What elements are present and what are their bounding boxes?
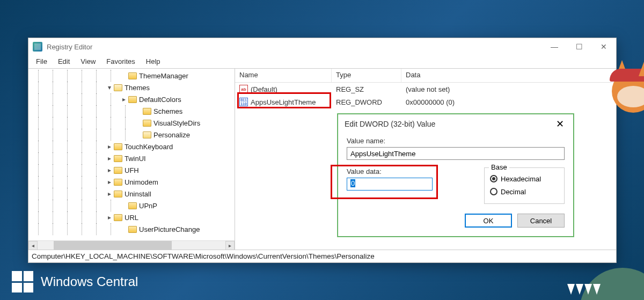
ok-button[interactable]: OK xyxy=(465,214,512,228)
minimize-button[interactable]: — xyxy=(542,38,567,55)
folder-icon xyxy=(114,214,122,221)
menu-view[interactable]: View xyxy=(75,56,101,67)
tree-label: Uninstall xyxy=(125,190,151,198)
dialog-titlebar[interactable]: Edit DWORD (32-bit) Value ✕ xyxy=(338,114,573,134)
col-name[interactable]: Name xyxy=(235,69,332,82)
dino-mascot xyxy=(537,225,644,300)
menu-help[interactable]: Help xyxy=(141,56,166,67)
tree-label: DefaultColors xyxy=(139,96,181,104)
col-type[interactable]: Type xyxy=(332,69,401,82)
expander-icon[interactable]: ▸ xyxy=(106,155,113,162)
tree-item-visualstyledirs[interactable]: VisualStyleDirs xyxy=(28,117,235,129)
string-value-icon: ab xyxy=(239,85,248,93)
expander-icon[interactable]: ▸ xyxy=(106,214,113,221)
tree-item-defaultcolors[interactable]: ▸DefaultColors xyxy=(28,93,235,105)
folder-icon xyxy=(114,167,122,174)
fox-mascot xyxy=(612,70,644,161)
tree-item-unimodem[interactable]: ▸Unimodem xyxy=(28,176,235,188)
edit-dword-dialog: Edit DWORD (32-bit) Value ✕ Value name: … xyxy=(338,114,574,237)
tree-label: Themes xyxy=(125,84,150,92)
folder-icon xyxy=(143,131,151,138)
radio-hexadecimal[interactable]: Hexadecimal xyxy=(490,172,559,185)
folder-icon xyxy=(128,226,137,233)
status-bar: Computer\HKEY_LOCAL_MACHINE\SOFTWARE\Mic… xyxy=(28,250,616,262)
tree-item-thememanager[interactable]: ThemeManager xyxy=(28,70,235,82)
tree-item-url[interactable]: ▸URL xyxy=(28,211,235,223)
tree-item-personalize[interactable]: Personalize xyxy=(28,129,235,141)
tree-item-ufh[interactable]: ▸UFH xyxy=(28,164,235,176)
list-row-default[interactable]: ab(Default) REG_SZ (value not set) xyxy=(235,83,616,96)
expander-icon[interactable]: ▸ xyxy=(120,96,128,103)
base-legend: Base xyxy=(489,163,509,171)
expander-icon[interactable]: ▸ xyxy=(106,166,113,174)
tree-label: UFH xyxy=(125,166,139,174)
folder-icon xyxy=(114,155,122,162)
horizontal-scrollbar[interactable]: ◂ ▸ xyxy=(28,240,235,250)
tree-label: Schemes xyxy=(153,107,182,115)
tree-label: TwinUI xyxy=(125,155,146,163)
folder-icon xyxy=(128,72,137,79)
value-name-input[interactable] xyxy=(347,147,565,160)
dword-value-icon: 011110 xyxy=(239,98,248,106)
tree-pane[interactable]: ThemeManager▾Themes▸DefaultColorsSchemes… xyxy=(28,69,235,250)
watermark: Windows Central xyxy=(12,271,138,292)
tree-label: ThemeManager xyxy=(139,72,188,80)
tree-item-upnp[interactable]: UPnP xyxy=(28,200,235,211)
folder-icon xyxy=(128,202,137,209)
tree-item-touchkeyboard[interactable]: ▸TouchKeyboard xyxy=(28,141,235,152)
tree-item-schemes[interactable]: Schemes xyxy=(28,105,235,117)
tree-label: Unimodem xyxy=(125,178,158,186)
radio-decimal[interactable]: Decimal xyxy=(490,185,559,198)
folder-icon xyxy=(114,191,122,197)
value-name-label: Value name: xyxy=(347,137,565,145)
tree-label: VisualStyleDirs xyxy=(153,119,200,127)
maximize-button[interactable]: ☐ xyxy=(567,38,591,55)
tree-item-twinui[interactable]: ▸TwinUI xyxy=(28,152,235,164)
status-path: Computer\HKEY_LOCAL_MACHINE\SOFTWARE\Mic… xyxy=(32,252,375,260)
tree-label: TouchKeyboard xyxy=(125,143,173,151)
value-data-label: Value data: xyxy=(347,167,471,175)
folder-icon xyxy=(114,143,122,150)
dialog-title: Edit DWORD (32-bit) Value xyxy=(345,120,553,128)
base-fieldset: Base Hexadecimal Decimal xyxy=(484,167,565,204)
dialog-close-button[interactable]: ✕ xyxy=(553,117,567,131)
titlebar[interactable]: Registry Editor — ☐ ✕ xyxy=(28,38,616,55)
watermark-text: Windows Central xyxy=(41,274,138,289)
scroll-right-icon[interactable]: ▸ xyxy=(225,241,235,250)
tree-label: UPnP xyxy=(139,202,157,210)
value-data-input[interactable]: 0 xyxy=(347,178,433,191)
regedit-icon xyxy=(33,42,42,52)
list-row-appsuselighttheme[interactable]: 011110AppsUseLightTheme REG_DWORD 0x0000… xyxy=(235,96,616,108)
tree-label: URL xyxy=(125,214,138,222)
tree-label: Personalize xyxy=(153,131,190,139)
window-title: Registry Editor xyxy=(47,43,542,51)
folder-icon xyxy=(143,120,151,127)
scroll-left-icon[interactable]: ◂ xyxy=(28,241,38,250)
expander-icon[interactable]: ▸ xyxy=(106,190,113,197)
folder-icon xyxy=(128,96,137,103)
expander-icon[interactable]: ▸ xyxy=(106,178,113,186)
windows-logo-icon xyxy=(12,271,33,292)
menu-file[interactable]: File xyxy=(31,56,53,67)
folder-icon xyxy=(114,84,122,91)
list-header: Name Type Data xyxy=(235,69,616,83)
menu-edit[interactable]: Edit xyxy=(53,56,75,67)
tree-label: UserPictureChange xyxy=(139,225,200,233)
menubar: File Edit View Favorites Help xyxy=(28,55,616,68)
col-data[interactable]: Data xyxy=(401,69,616,82)
close-button[interactable]: ✕ xyxy=(591,38,616,55)
folder-icon xyxy=(143,108,151,115)
folder-icon xyxy=(114,179,122,186)
expander-icon[interactable]: ▸ xyxy=(106,143,113,150)
tree-item-uninstall[interactable]: ▸Uninstall xyxy=(28,188,235,200)
tree-item-themes[interactable]: ▾Themes xyxy=(28,82,235,93)
tree-item-userpicturechange[interactable]: UserPictureChange xyxy=(28,223,235,235)
expander-icon[interactable]: ▾ xyxy=(106,84,113,91)
scrollbar-thumb[interactable] xyxy=(54,241,172,250)
menu-favorites[interactable]: Favorites xyxy=(101,56,140,67)
